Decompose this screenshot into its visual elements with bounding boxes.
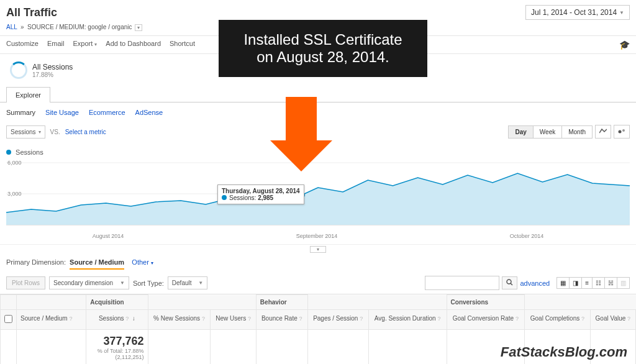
email-button[interactable]: Email — [47, 40, 65, 50]
view-percent-icon[interactable]: ◨ — [569, 277, 582, 289]
annotation-arrow-icon — [286, 97, 348, 171]
advanced-link[interactable]: advanced — [520, 280, 550, 287]
annotation-overlay: Installed SSL Certificate on August 28, … — [219, 20, 427, 77]
col-avg-dur[interactable]: Avg. Session Duration ? — [368, 310, 447, 330]
plot-rows-button[interactable]: Plot Rows — [6, 276, 45, 289]
dim-source-medium[interactable]: Source / Medium — [70, 258, 124, 270]
col-sessions[interactable]: Sessions ? ↓ — [86, 310, 148, 330]
view-performance-icon[interactable]: ≡ — [581, 277, 593, 289]
all-sessions-title: All Sessions — [32, 63, 73, 71]
date-range-text: Jul 1, 2014 - Oct 31, 2014 — [531, 8, 617, 17]
legend-dot-icon — [6, 150, 11, 155]
col-source-medium[interactable]: Source / Medium — [20, 315, 68, 322]
select-metric-link[interactable]: Select a metric — [65, 129, 106, 135]
col-gval[interactable]: Goal Value ? — [590, 310, 635, 330]
primary-dim-label: Primary Dimension: — [6, 258, 66, 266]
date-range-picker[interactable]: Jul 1, 2014 - Oct 31, 2014 ▼ — [525, 5, 630, 20]
customize-button[interactable]: Customize — [6, 40, 39, 50]
tab-explorer[interactable]: Explorer — [6, 87, 50, 102]
breadcrumb-dropdown[interactable]: ▾ — [135, 24, 142, 31]
col-new-sessions[interactable]: % New Sessions ? — [148, 310, 211, 330]
y-tick-6000: 6,000 — [7, 160, 22, 166]
svg-point-5 — [507, 280, 511, 284]
col-gcr[interactable]: Goal Conversion Rate ? — [447, 310, 525, 330]
shortcut-button[interactable]: Shortcut — [170, 40, 195, 50]
add-dashboard-button[interactable]: Add to Dashboard — [106, 40, 161, 50]
subnav-site-usage[interactable]: Site Usage — [45, 109, 79, 116]
subnav-ecommerce[interactable]: Ecommerce — [89, 109, 125, 116]
col-group-acquisition: Acquisition — [86, 295, 148, 310]
x-tick-aug: August 2014 — [93, 233, 124, 239]
motion-chart-icon[interactable] — [614, 125, 630, 139]
col-group-behavior: Behavior — [256, 295, 307, 310]
col-bounce[interactable]: Bounce Rate ? — [256, 310, 307, 330]
total-pct-label: % of Total: 17.88% — [90, 348, 143, 354]
x-tick-oct: October 2014 — [510, 233, 544, 239]
sort-default-dropdown[interactable]: Default ▼ — [168, 276, 207, 289]
svg-point-0 — [619, 130, 622, 134]
time-day[interactable]: Day — [508, 125, 533, 139]
svg-line-6 — [511, 283, 512, 285]
col-group-conversions: Conversions — [447, 295, 525, 310]
time-week[interactable]: Week — [533, 125, 562, 139]
time-month[interactable]: Month — [561, 125, 593, 139]
col-pages[interactable]: Pages / Session ? — [307, 310, 368, 330]
x-tick-sep: September 2014 — [296, 233, 338, 239]
subnav-summary[interactable]: Summary — [6, 109, 35, 116]
col-new-users[interactable]: New Users ? — [211, 310, 256, 330]
sort-type-label: Sort Type: — [133, 280, 164, 287]
breadcrumb-value: google / organic — [88, 24, 132, 30]
subnav-adsense[interactable]: AdSense — [135, 109, 163, 116]
vs-label: VS. — [50, 129, 60, 135]
view-pivot-icon[interactable]: ☵ — [604, 277, 617, 289]
metric-sessions-dropdown[interactable]: Sessions▾ — [6, 125, 45, 139]
view-cloud-icon[interactable]: ▥ — [617, 277, 630, 289]
legend-sessions: Sessions — [16, 148, 43, 156]
brand-watermark: FatStacksBlog.com — [501, 344, 627, 360]
search-icon[interactable] — [502, 276, 517, 289]
total-pct-abs: (2,112,251) — [90, 354, 143, 360]
page-title: All Traffic — [6, 6, 57, 19]
chevron-down-icon: ▼ — [619, 10, 624, 16]
y-tick-3000: 3,000 — [7, 191, 22, 197]
dim-other[interactable]: Other ▾ — [132, 258, 153, 266]
chart-tooltip: Thursday, August 28, 2014 Sessions: 2,98… — [217, 184, 304, 204]
all-sessions-pct: 17.88% — [32, 71, 73, 78]
select-all-checkbox[interactable] — [4, 315, 12, 323]
line-chart-icon[interactable] — [595, 125, 611, 139]
svg-point-1 — [622, 129, 625, 132]
chart-expand-handle[interactable]: ▾ — [310, 246, 326, 253]
col-gcomp[interactable]: Goal Completions ? — [525, 310, 591, 330]
view-comparison-icon[interactable]: ☷ — [592, 277, 605, 289]
breadcrumb-label: SOURCE / MEDIUM: — [27, 24, 86, 30]
breadcrumb-all[interactable]: ALL — [6, 24, 17, 30]
total-sessions: 377,762 — [90, 335, 143, 348]
secondary-dimension-dropdown[interactable]: Secondary dimension ▼ — [49, 276, 129, 289]
education-icon[interactable]: 🎓 — [619, 40, 630, 50]
view-table-icon[interactable]: ▦ — [556, 277, 570, 289]
sessions-donut-icon — [10, 61, 27, 79]
search-input[interactable] — [425, 276, 499, 290]
export-button[interactable]: Export ▾ — [73, 40, 97, 50]
